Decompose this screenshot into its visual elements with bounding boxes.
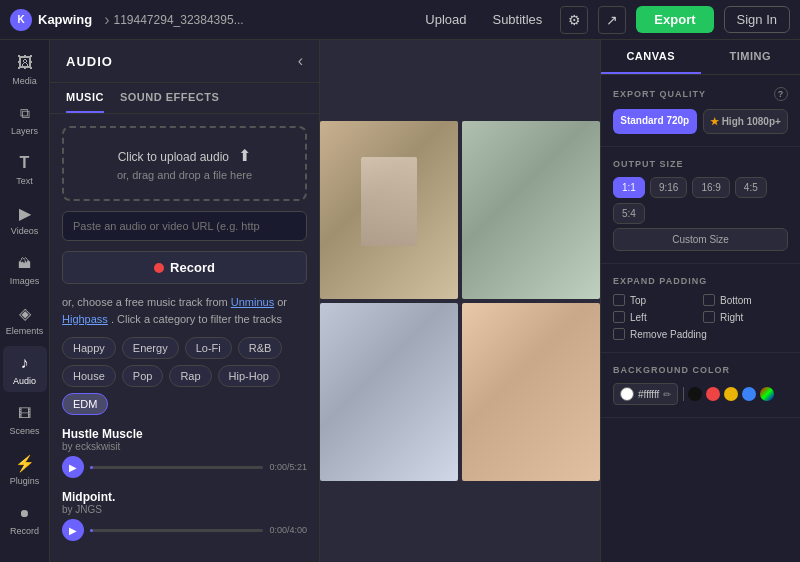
padding-grid: Top Bottom Left Right (613, 294, 788, 323)
padding-left[interactable]: Left (613, 311, 698, 323)
sidebar-label-elements: Elements (6, 326, 44, 336)
free-music-info: or, choose a free music track from Unmin… (62, 294, 307, 327)
genre-pop[interactable]: Pop (122, 365, 164, 387)
app-logo[interactable]: K Kapwing (10, 9, 92, 31)
track1-progress: ▶ 0:00/5:21 (62, 456, 307, 478)
swatch-black[interactable] (688, 387, 702, 401)
subtitles-button[interactable]: Subtitles (484, 8, 550, 31)
expand-padding-section: EXPAND PADDING Top Bottom Left Right (601, 264, 800, 353)
sidebar-item-record[interactable]: ⏺ Record (3, 496, 47, 542)
url-input[interactable] (62, 211, 307, 241)
share-icon[interactable]: ↗ (598, 6, 626, 34)
sidebar-label-scenes: Scenes (9, 426, 39, 436)
size-16-9[interactable]: 16:9 (692, 177, 729, 198)
app-name: Kapwing (38, 12, 92, 27)
sidebar-item-media[interactable]: 🖼 Media (3, 46, 47, 92)
genre-hiphop[interactable]: Hip-Hop (218, 365, 280, 387)
tab-timing[interactable]: TIMING (701, 40, 801, 74)
color-input-box[interactable]: #ffffff ✏ (613, 383, 678, 405)
record-dot-icon (154, 263, 164, 273)
topbar-actions: Upload Subtitles ⚙ ↗ Export Sign In (417, 6, 790, 34)
track2-play-button[interactable]: ▶ (62, 519, 84, 541)
remove-padding-checkbox[interactable] (613, 328, 625, 340)
genre-house[interactable]: House (62, 365, 116, 387)
quality-options: Standard 720p ★ High 1080p+ (613, 109, 788, 134)
sidebar-label-media: Media (12, 76, 37, 86)
genre-happy[interactable]: Happy (62, 337, 116, 359)
more-colors-button[interactable] (760, 387, 774, 401)
main-layout: 🖼 Media ⧉ Layers T Text ▶ Videos 🏔 Image… (0, 40, 800, 562)
sidebar-item-more[interactable]: ••• More (3, 546, 47, 562)
upload-arrow-icon: ⬆ (238, 147, 251, 164)
upload-button[interactable]: Upload (417, 8, 474, 31)
sidebar-item-text[interactable]: T Text (3, 146, 47, 192)
sidebar-item-elements[interactable]: ◈ Elements (3, 296, 47, 342)
track1-progress-bar (90, 466, 263, 469)
quality-high[interactable]: ★ High 1080p+ (703, 109, 789, 134)
upload-box[interactable]: Click to upload audio ⬆ or, drag and dro… (62, 126, 307, 201)
sidebar-item-images[interactable]: 🏔 Images (3, 246, 47, 292)
track1-name: Hustle Muscle (62, 427, 307, 441)
swatch-red[interactable] (706, 387, 720, 401)
star-icon: ★ (710, 116, 719, 127)
remove-padding[interactable]: Remove Padding (613, 328, 788, 340)
pencil-icon: ✏ (663, 389, 671, 400)
track1-play-button[interactable]: ▶ (62, 456, 84, 478)
track2-progress-fill (90, 529, 93, 532)
genre-rnb[interactable]: R&B (238, 337, 283, 359)
audio-panel-header: AUDIO ‹ (50, 40, 319, 83)
collapse-button[interactable]: ‹ (298, 52, 303, 70)
swatch-yellow[interactable] (724, 387, 738, 401)
genre-edm[interactable]: EDM (62, 393, 108, 415)
videos-icon: ▶ (14, 202, 36, 224)
track1-progress-fill (90, 466, 93, 469)
size-4-5[interactable]: 4:5 (735, 177, 767, 198)
tab-sound-effects[interactable]: SOUND EFFECTS (120, 91, 219, 113)
genre-tags: Happy Energy Lo-Fi R&B House Pop Rap Hip… (62, 337, 307, 415)
size-9-16[interactable]: 9:16 (650, 177, 687, 198)
sidebar-item-audio[interactable]: ♪ Audio (3, 346, 47, 392)
sidebar-item-videos[interactable]: ▶ Videos (3, 196, 47, 242)
settings-icon[interactable]: ⚙ (560, 6, 588, 34)
export-button[interactable]: Export (636, 6, 713, 33)
genre-energy[interactable]: Energy (122, 337, 179, 359)
audio-panel-title: AUDIO (66, 54, 113, 69)
sidebar-item-layers[interactable]: ⧉ Layers (3, 96, 47, 142)
sidebar-label-videos: Videos (11, 226, 38, 236)
size-1-1[interactable]: 1:1 (613, 177, 645, 198)
genre-lofi[interactable]: Lo-Fi (185, 337, 232, 359)
audio-content: Click to upload audio ⬆ or, drag and dro… (50, 114, 319, 562)
output-size-section: OUTPUT SIZE 1:1 9:16 16:9 4:5 5:4 Custom… (601, 147, 800, 264)
padding-bottom[interactable]: Bottom (703, 294, 788, 306)
quality-standard[interactable]: Standard 720p (613, 109, 697, 134)
swatch-blue[interactable] (742, 387, 756, 401)
padding-top-checkbox[interactable] (613, 294, 625, 306)
media-icon: 🖼 (14, 52, 36, 74)
tab-canvas[interactable]: CANVAS (601, 40, 701, 74)
signin-button[interactable]: Sign In (724, 6, 790, 33)
color-swatches (683, 387, 774, 401)
upload-subtext: or, drag and drop a file here (76, 169, 293, 181)
size-5-4[interactable]: 5:4 (613, 203, 645, 224)
padding-bottom-checkbox[interactable] (703, 294, 715, 306)
padding-right-checkbox[interactable] (703, 311, 715, 323)
genre-rap[interactable]: Rap (169, 365, 211, 387)
padding-right[interactable]: Right (703, 311, 788, 323)
help-icon[interactable]: ? (774, 87, 788, 101)
padding-left-checkbox[interactable] (613, 311, 625, 323)
sidebar-label-audio: Audio (13, 376, 36, 386)
canvas-collage (320, 121, 600, 481)
custom-size-button[interactable]: Custom Size (613, 228, 788, 251)
record-button[interactable]: Record (62, 251, 307, 284)
tab-music[interactable]: MUSIC (66, 91, 104, 113)
unminus-link[interactable]: Unminus (231, 296, 274, 308)
logo-icon: K (10, 9, 32, 31)
plugins-icon: ⚡ (14, 452, 36, 474)
sidebar-item-scenes[interactable]: 🎞 Scenes (3, 396, 47, 442)
right-panel: CANVAS TIMING EXPORT QUALITY ? Standard … (600, 40, 800, 562)
scenes-icon: 🎞 (14, 402, 36, 424)
swatch-separator (683, 387, 684, 401)
sidebar-item-plugins[interactable]: ⚡ Plugins (3, 446, 47, 492)
highpass-link[interactable]: Highpass (62, 313, 108, 325)
padding-top[interactable]: Top (613, 294, 698, 306)
